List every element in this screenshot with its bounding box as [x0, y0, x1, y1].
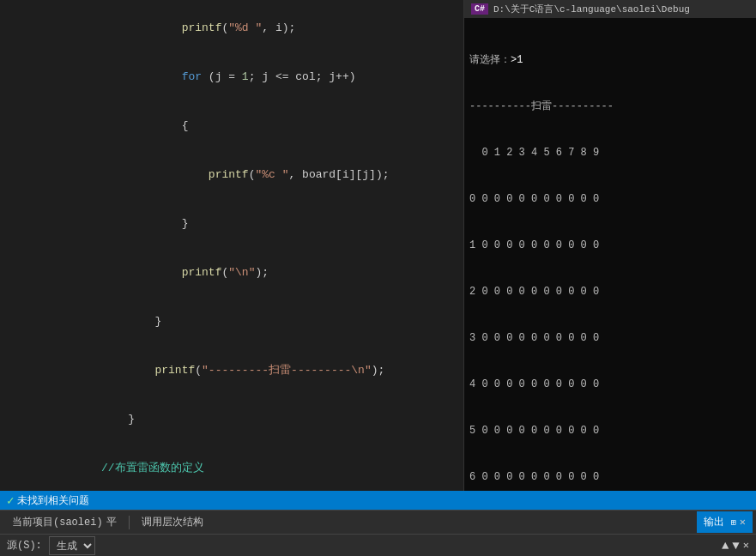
code-editor: printf("%d ", i); for (j = 1; j <= col; … — [0, 0, 463, 491]
source-label: 源(S): — [7, 538, 42, 553]
bottom-toolbar: 当前项目(saolei) 平 调用层次结构 输出 ⊞ ✕ — [0, 510, 756, 534]
code-text: for (j = 1; j <= col; j++) — [34, 52, 460, 101]
console-grid1-row1: 1 0 0 0 0 0 0 0 0 0 0 — [469, 238, 751, 253]
console-header1: 0 1 2 3 4 5 6 7 8 9 — [469, 145, 751, 160]
code-line: } — [0, 395, 463, 444]
code-line: for (j = 1; j <= col; j++) — [0, 52, 463, 101]
status-no-issues-text: 未找到相关问题 — [17, 493, 89, 508]
code-line: printf("%d ", i); — [0, 3, 463, 52]
console-titlebar: C# D:\关于C语言\c-language\saolei\Debug — [464, 0, 756, 18]
code-area: printf("%d ", i); for (j = 1; j <= col; … — [0, 0, 463, 491]
console-badge: C# — [471, 3, 488, 15]
tab-project-label: 当前项目(saolei) — [12, 515, 103, 529]
main-content: printf("%d ", i); for (j = 1; j <= col; … — [0, 0, 756, 491]
console-grid1-row6: 6 0 0 0 0 0 0 0 0 0 0 — [469, 469, 751, 485]
code-text: printf("%d ", i); — [34, 3, 460, 52]
status-bar: ✓ 未找到相关问题 — [0, 491, 756, 510]
console-divider1: ----------扫雷---------- — [469, 99, 751, 114]
console-grid1-row0: 0 0 0 0 0 0 0 0 0 0 0 — [469, 191, 751, 207]
code-text: printf("\n"); — [34, 248, 460, 297]
code-text: printf("---------扫雷---------\n"); — [34, 346, 460, 395]
arrow-down-btn[interactable]: ▼ — [732, 539, 739, 553]
console-grid1-row2: 2 0 0 0 0 0 0 0 0 0 0 — [469, 284, 751, 299]
tab-output[interactable]: 输出 ⊞ ✕ — [697, 511, 753, 533]
code-text: printf("%c ", board[i][j]); — [34, 150, 460, 199]
console-grid1-row4: 4 0 0 0 0 0 0 0 0 0 0 — [469, 377, 751, 392]
code-line: } — [0, 297, 463, 346]
status-no-issues: ✓ 未找到相关问题 — [7, 493, 89, 508]
tab-call-hierarchy[interactable]: 调用层次结构 — [133, 511, 212, 533]
console-input: >1 — [511, 54, 523, 66]
code-text: } — [34, 199, 460, 248]
toolbar-divider — [129, 516, 130, 529]
console-prompt-line: 请选择：>1 — [469, 52, 751, 68]
arrow-stop-btn[interactable]: ✕ — [743, 539, 749, 553]
code-text: //布置雷函数的定义 — [34, 444, 460, 491]
code-line: printf("---------扫雷---------\n"); — [0, 346, 463, 395]
console-panel: C# D:\关于C语言\c-language\saolei\Debug 请选择：… — [463, 0, 756, 491]
tab-call-hierarchy-label: 调用层次结构 — [142, 515, 203, 529]
console-prompt: 请选择： — [469, 54, 511, 66]
tab-current-project[interactable]: 当前项目(saolei) 平 — [3, 511, 125, 533]
code-line: printf("%c ", board[i][j]); — [0, 150, 463, 199]
tab-project-icon: 平 — [106, 515, 117, 529]
code-line: { — [0, 101, 463, 150]
code-text: } — [34, 297, 460, 346]
console-grid1-row3: 3 0 0 0 0 0 0 0 0 0 0 — [469, 330, 751, 346]
console-grid1-row5: 5 0 0 0 0 0 0 0 0 0 0 — [469, 423, 751, 438]
console-title-text: D:\关于C语言\c-language\saolei\Debug — [493, 3, 690, 15]
arrow-up-btn[interactable]: ▲ — [722, 539, 729, 553]
code-text: { — [34, 101, 460, 150]
code-line: printf("\n"); — [0, 248, 463, 297]
output-tab-label: 输出 — [704, 515, 724, 529]
code-line: } — [0, 199, 463, 248]
source-row: 源(S): 生成 ▲ ▼ ✕ — [0, 534, 756, 556]
console-body: 请选择：>1 ----------扫雷---------- 0 1 2 3 4 … — [464, 18, 756, 491]
output-tab-pin-icon: ⊞ — [731, 517, 736, 528]
source-arrows: ▲ ▼ ✕ — [722, 539, 749, 553]
output-tab-close-icon[interactable]: ✕ — [740, 516, 746, 529]
status-check-icon: ✓ — [7, 493, 14, 508]
code-line: //布置雷函数的定义 — [0, 444, 463, 491]
code-text: } — [34, 395, 460, 444]
source-select[interactable]: 生成 — [49, 536, 95, 555]
